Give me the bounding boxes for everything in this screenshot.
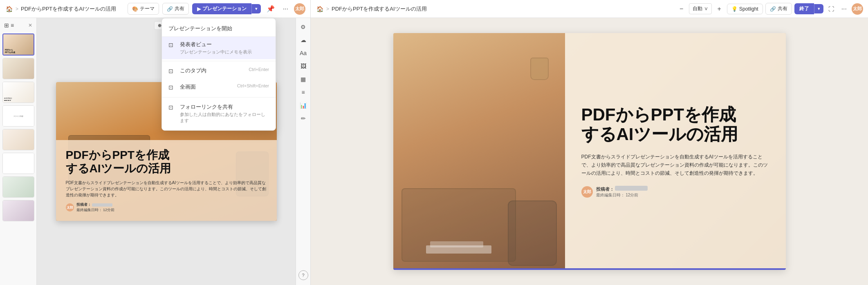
left-right-toolbar: ⚙ ☁ Aa 🖼 ▦ ≡ 📊 ✏ ? <box>296 18 310 285</box>
avatar-right[interactable]: 太郎 <box>852 3 863 15</box>
slide-mini-bg-5 <box>3 129 34 150</box>
right-timestamp-row: 最終編集日時： 12分前 <box>596 192 648 198</box>
dropdown-divider-2 <box>162 97 276 98</box>
left-panel: 🏠 > PDFからPPTを作成するAIツールの活用 🎨 テーマ 🔗 共有 ▶ プ… <box>0 0 311 285</box>
presenter-icon: ⊡ <box>168 42 176 49</box>
zoom-chevron: ∨ <box>704 6 708 11</box>
slide-thumb-1[interactable]: 1 PDFからPPTを作成 <box>2 33 34 56</box>
toolbar-chart-btn[interactable]: 📊 <box>298 100 309 111</box>
grid-view-icon[interactable]: ⊞ <box>4 22 9 29</box>
dropdown-item-fullscreen-content: 全画面 <box>180 83 228 91</box>
dropdown-item-this-tab[interactable]: ⊡ このタブ内 Ctrl+Enter <box>162 63 276 79</box>
share-right-icon: 🔗 <box>770 6 776 12</box>
theme-button[interactable]: 🎨 テーマ <box>128 3 159 15</box>
dropdown-item-presenter-content: 発表者ビュー プレゼンテーション中にメモを表示 <box>180 41 269 55</box>
slide-thumb-5[interactable]: 5 <box>2 129 34 150</box>
right-tablet-decoration <box>508 200 557 266</box>
dropdown-item-follow-link-sub: 参加した人は自動的にあなたをフォローします <box>180 111 269 124</box>
author-name-blurred <box>92 203 112 207</box>
toolbar-image-btn[interactable]: 🖼 <box>298 60 309 72</box>
share-button-left[interactable]: 🔗 共有 <box>162 3 189 15</box>
right-slide-main-title: PDFからPPTを作成 するAIツールの活用 <box>581 105 769 145</box>
slide-title-line2: するAIツールの活用 <box>66 162 267 176</box>
avatar-left[interactable]: 太郎 <box>294 3 305 15</box>
right-timestamp: 12分前 <box>626 193 638 197</box>
slide-thumb-6-content <box>3 153 34 174</box>
share-button-right[interactable]: 🔗 共有 <box>765 3 792 15</box>
slide-thumb-2-content <box>3 58 34 79</box>
right-slide-text-area: PDFからPPTを作成 するAIツールの活用 PDF文書からスライドプレゼンテー… <box>565 33 786 270</box>
right-breadcrumb-area: 🏠 > PDFからPPTを作成するAIツールの活用 <box>316 5 673 13</box>
right-author-info: 投稿者： 最終編集日時： 12分前 <box>596 186 648 198</box>
slide-mini-bg-6 <box>3 153 34 174</box>
zoom-level-button[interactable]: 自動 ∨ <box>689 3 711 14</box>
zoom-plus-button[interactable]: + <box>714 4 724 14</box>
breadcrumb-separator: > <box>16 6 18 12</box>
dropdown-item-follow-link[interactable]: ⊡ フォローリンクを共有 参加した人は自動的にあなたをフォローします <box>162 99 276 128</box>
slide-panel: ⊞ ≡ ✕ 1 PDFからPPTを作成 2 3 <box>0 18 37 285</box>
toolbar-edit-btn[interactable]: ✏ <box>298 113 309 124</box>
slide-thumb-7[interactable]: 7 <box>2 176 34 198</box>
left-top-bar: 🏠 > PDFからPPTを作成するAIツールの活用 🎨 テーマ 🔗 共有 ▶ プ… <box>0 0 310 18</box>
slide-3-mini-content: AI利用統計■■■ ■■ ■ <box>4 97 33 101</box>
slide-thumb-4[interactable]: 4 スライド内容 <box>2 105 34 127</box>
slide-text-overlay: PDFからPPTを作成 するAIツールの活用 PDF文書からスライドプレゼンテー… <box>56 140 277 221</box>
slide-mini-bg-2 <box>3 58 34 79</box>
more-button-right[interactable]: ··· <box>839 4 849 14</box>
share-icon: 🔗 <box>167 6 173 12</box>
spotlight-button[interactable]: 💡 Spotlight <box>727 4 763 14</box>
slide-thumb-3[interactable]: 3 AI利用統計■■■ ■■ ■ <box>2 82 34 103</box>
right-title-line2: するAIツールの活用 <box>581 125 769 144</box>
dropdown-item-fullscreen[interactable]: ⊡ 全画面 Ctrl+Shift+Enter <box>162 79 276 96</box>
fullscreen-icon: ⊡ <box>168 84 176 91</box>
right-mug-decoration <box>530 58 549 80</box>
present-button[interactable]: ▶ プレゼンテーション <box>192 3 251 14</box>
toolbar-list-btn[interactable]: ≡ <box>298 87 309 98</box>
end-button-group: 終了 ▾ <box>794 3 823 14</box>
toolbar-help-btn[interactable]: ? <box>298 270 308 280</box>
toolbar-cloud-btn[interactable]: ☁ <box>298 34 309 46</box>
right-page-title: PDFからPPTを作成するAIツールの活用 <box>332 5 427 13</box>
dropdown-item-presenter-sub: プレゼンテーション中にメモを表示 <box>180 49 269 55</box>
end-arrow-button[interactable]: ▾ <box>814 4 823 13</box>
slide-title-line1: PDFからPPTを作成 <box>66 148 267 162</box>
right-slide-viewer: PDFからPPTを作成 するAIツールの活用 PDF文書からスライドプレゼンテー… <box>311 18 868 285</box>
right-slide-progress-bar <box>393 268 786 270</box>
dropdown-item-this-tab-shortcut: Ctrl+Enter <box>244 67 269 72</box>
right-toolbar-right: − 自動 ∨ + 💡 Spotlight 🔗 共有 終了 ▾ ⛶ ··· <box>676 3 863 15</box>
right-author-label: 投稿者： <box>596 187 614 191</box>
spotlight-label: Spotlight <box>739 6 758 12</box>
slide-mini-bg-7 <box>3 177 34 197</box>
right-author-name-blurred <box>615 186 648 191</box>
slide-thumb-6[interactable]: 6 <box>2 153 34 174</box>
end-button[interactable]: 終了 <box>794 3 814 14</box>
home-icon[interactable]: 🏠 <box>5 5 13 13</box>
slide-timestamp: 12分前 <box>103 208 114 212</box>
present-arrow-button[interactable]: ▾ <box>251 4 261 13</box>
present-dropdown: プレゼンテーションを開始 ⊡ 発表者ビュー プレゼンテーション中にメモを表示 ⊡… <box>161 18 276 131</box>
slide-thumb-8[interactable]: 8 <box>2 200 34 221</box>
right-slide-body-text: PDF文書からスライドプレゼンテーションを自動生成するAIツールを活用することで… <box>581 153 769 178</box>
list-view-icon[interactable]: ≡ <box>11 22 14 29</box>
panel-close-icon[interactable]: ✕ <box>28 22 32 28</box>
toolbar-text-btn[interactable]: Aa <box>298 47 309 59</box>
link-icon: ⊡ <box>168 104 176 111</box>
slide-timestamp-row: 最終編集日時： 12分前 <box>76 207 115 213</box>
toolbar-settings-btn[interactable]: ⚙ <box>298 21 309 33</box>
slide-thumb-2[interactable]: 2 <box>2 58 34 79</box>
zoom-minus-button[interactable]: − <box>676 4 686 14</box>
slide-author: 太郎 投稿者： 最終編集日時： 12分前 <box>66 202 267 213</box>
right-home-icon[interactable]: 🏠 <box>316 5 324 13</box>
toolbar-grid-btn[interactable]: ▦ <box>298 73 309 85</box>
dropdown-item-presenter[interactable]: ⊡ 発表者ビュー プレゼンテーション中にメモを表示 <box>162 37 276 59</box>
slide-author-label-row: 投稿者： <box>76 202 115 207</box>
more-button-left[interactable]: ··· <box>280 4 291 14</box>
slide-author-label: 投稿者： <box>76 203 91 207</box>
right-breadcrumb-separator: > <box>326 6 329 12</box>
slide-mini-bg-8 <box>3 200 34 221</box>
pin-button[interactable]: 📌 <box>264 3 277 14</box>
slide-thumb-3-content: AI利用統計■■■ ■■ ■ <box>3 82 34 102</box>
dropdown-header: プレゼンテーションを開始 <box>162 21 276 37</box>
dropdown-item-presenter-label: 発表者ビュー <box>180 41 269 48</box>
expand-button[interactable]: ⛶ <box>826 4 837 14</box>
